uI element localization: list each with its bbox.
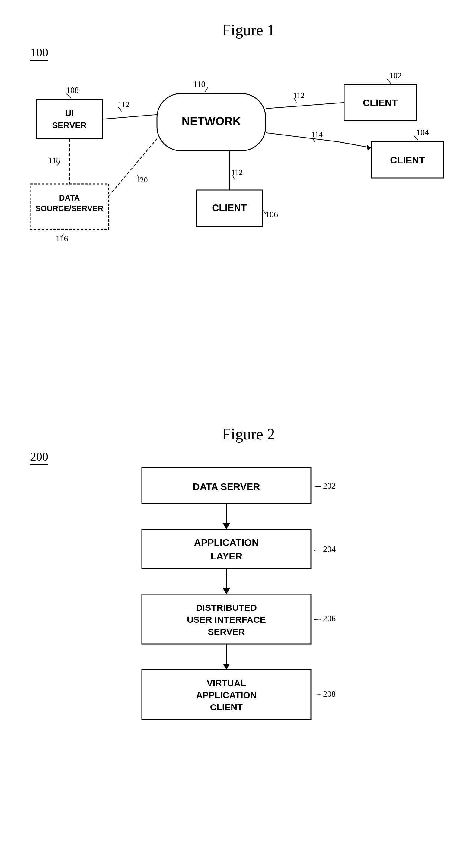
svg-text:116: 116: [56, 234, 68, 243]
svg-text:SERVER: SERVER: [52, 121, 87, 130]
svg-text:110: 110: [193, 79, 206, 89]
svg-text:108: 108: [66, 85, 79, 95]
svg-marker-38: [223, 523, 230, 529]
svg-text:CLIENT: CLIENT: [212, 203, 247, 213]
svg-text:206: 206: [323, 614, 336, 623]
svg-text:120: 120: [136, 176, 148, 184]
svg-text:112: 112: [293, 91, 304, 100]
svg-text:DATA: DATA: [59, 193, 80, 203]
svg-text:102: 102: [389, 71, 402, 80]
svg-text:DISTRIBUTED: DISTRIBUTED: [196, 602, 257, 613]
svg-text:118: 118: [49, 156, 60, 165]
svg-text:202: 202: [323, 481, 336, 490]
svg-line-32: [109, 139, 157, 196]
svg-marker-51: [223, 663, 230, 670]
svg-text:CLIENT: CLIENT: [363, 97, 398, 108]
svg-text:LAYER: LAYER: [210, 551, 242, 562]
svg-line-25: [338, 142, 371, 148]
svg-text:VIRTUAL: VIRTUAL: [207, 678, 246, 688]
svg-text:NETWORK: NETWORK: [182, 115, 241, 128]
svg-text:114: 114: [311, 130, 323, 139]
svg-text:USER INTERFACE: USER INTERFACE: [187, 615, 266, 625]
svg-text:SERVER: SERVER: [208, 627, 245, 637]
svg-rect-0: [36, 99, 102, 139]
svg-text:106: 106: [265, 210, 278, 219]
svg-text:104: 104: [416, 128, 429, 137]
svg-line-22: [266, 102, 344, 108]
svg-text:112: 112: [231, 168, 243, 177]
svg-text:CLIENT: CLIENT: [390, 155, 425, 165]
svg-text:208: 208: [323, 689, 336, 699]
svg-text:SOURCE/SERVER: SOURCE/SERVER: [36, 204, 104, 213]
svg-text:UI: UI: [65, 108, 73, 118]
svg-text:CLIENT: CLIENT: [210, 702, 243, 712]
svg-text:112: 112: [118, 100, 129, 109]
svg-line-20: [102, 115, 157, 119]
svg-text:APPLICATION: APPLICATION: [196, 690, 257, 700]
svg-text:204: 204: [323, 545, 336, 554]
svg-text:APPLICATION: APPLICATION: [194, 537, 259, 548]
svg-line-24: [266, 133, 338, 142]
svg-marker-26: [367, 145, 371, 150]
svg-marker-44: [223, 588, 230, 594]
svg-rect-39: [142, 529, 311, 568]
svg-text:DATA SERVER: DATA SERVER: [193, 482, 260, 492]
